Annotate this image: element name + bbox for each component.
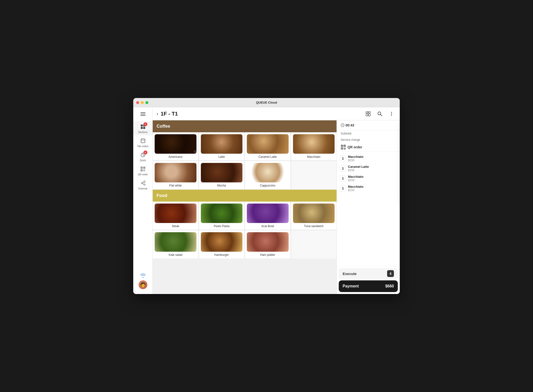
americano-label: Americano <box>169 155 182 159</box>
order-item-0[interactable]: 1 Macchiato $150 <box>337 153 400 163</box>
flat-white-image <box>155 163 196 182</box>
product-caramel-latte[interactable]: Caramel Latte <box>245 132 291 160</box>
content-area: Coffee Americano ⧉ Latte <box>153 120 400 294</box>
item-2-price: $150 <box>348 178 397 182</box>
product-americano[interactable]: Americano ⧉ <box>153 132 198 160</box>
item-2-name: Macchiato <box>348 175 397 178</box>
app-body: 1 Sections Tab orders <box>133 107 400 294</box>
item-1-info: Caramel Latte $150 <box>348 165 397 172</box>
qr-order-button[interactable]: QR order <box>337 143 400 151</box>
payment-label: Payment <box>343 284 359 288</box>
ham-label: Ham platter <box>260 253 275 257</box>
product-acai-bowl[interactable]: Acai Bowl <box>245 202 291 230</box>
sidebar: 1 Sections Tab orders <box>133 107 153 294</box>
svg-rect-18 <box>366 112 368 113</box>
main-header: ‹ 1F - T1 <box>153 107 400 120</box>
timer-value: 00:43 <box>346 123 354 127</box>
product-latte[interactable]: Latte <box>199 132 245 160</box>
order-item-2[interactable]: 1 Macchiato $150 <box>337 173 400 183</box>
svg-line-17 <box>143 184 144 184</box>
svg-point-13 <box>141 182 143 184</box>
order-timer: 00:43 <box>341 123 354 127</box>
sections-badge: 1 <box>143 122 147 126</box>
wifi-icon <box>140 273 146 278</box>
item-3-info: Macchiato $150 <box>348 185 397 192</box>
svg-rect-0 <box>141 125 143 126</box>
kale-image <box>155 232 196 252</box>
food-products: Steak Pesto Pasta Acai Bowl Tuna sa <box>153 202 337 258</box>
execute-label: Execute <box>343 272 357 276</box>
svg-rect-11 <box>144 167 145 168</box>
item-1-qty: 1 <box>340 165 346 172</box>
sidebar-item-tab-orders[interactable]: Tab orders <box>133 135 152 150</box>
product-cappuccino[interactable]: Cappuccino <box>245 161 291 189</box>
product-grid: Coffee Americano ⧉ Latte <box>153 120 337 294</box>
product-steak[interactable]: Steak <box>153 202 198 230</box>
search-button[interactable] <box>375 109 384 118</box>
product-mocha[interactable]: Mocha <box>199 161 245 189</box>
item-3-price: $150 <box>348 188 397 192</box>
acai-label: Acai Bowl <box>261 224 274 228</box>
product-kale-salad[interactable]: Kale salad <box>153 230 198 258</box>
order-item-1[interactable]: 1 Caramel Latte $150 <box>337 163 400 173</box>
tuna-image <box>293 204 335 223</box>
svg-rect-20 <box>366 114 368 116</box>
svg-rect-33 <box>342 148 342 149</box>
tab-orders-icon <box>140 137 146 144</box>
empty-slot-coffee <box>291 161 337 189</box>
sidebar-item-sections[interactable]: 1 Sections <box>133 121 152 135</box>
sidebar-item-quick[interactable]: 4 Quick <box>133 150 152 164</box>
minimize-button[interactable] <box>141 101 144 104</box>
sections-label: Sections <box>138 131 147 134</box>
item-3-name: Macchiato <box>348 185 397 188</box>
item-0-qty: 1 <box>340 155 346 162</box>
back-button[interactable]: ‹ <box>157 111 158 116</box>
svg-point-26 <box>391 115 392 116</box>
close-button[interactable] <box>136 101 139 104</box>
app-window: QUEUE Cloud 1 Sections <box>133 98 400 294</box>
item-0-name: Macchiato <box>348 155 397 159</box>
item-1-price: $150 <box>348 169 397 172</box>
svg-point-22 <box>378 112 381 115</box>
payment-button[interactable]: Payment $660 <box>339 280 398 292</box>
mocha-label: Mocha <box>217 184 226 187</box>
fullscreen-button[interactable] <box>145 101 148 104</box>
product-tuna-sandwich[interactable]: Tuna sandwich <box>291 202 337 230</box>
caramel-latte-label: Caramel Latte <box>258 155 277 159</box>
product-macchiato[interactable]: Macchiato <box>291 132 337 160</box>
more-options-button[interactable] <box>387 109 396 118</box>
sidebar-item-external[interactable]: External <box>133 178 152 192</box>
copy-icon[interactable]: ⧉ <box>194 150 196 154</box>
ham-image <box>247 232 289 252</box>
hamburger-label: Hamburger <box>214 253 229 257</box>
svg-rect-10 <box>141 167 142 168</box>
external-label: External <box>138 187 147 190</box>
cappuccino-label: Cappuccino <box>260 184 275 187</box>
page-title: 1F - T1 <box>161 111 364 117</box>
hamburger-menu[interactable] <box>139 110 147 118</box>
order-item-3[interactable]: 1 Macchiato $150 <box>337 183 400 193</box>
mocha-image <box>201 163 243 182</box>
category-coffee: Coffee <box>153 120 337 132</box>
sidebar-item-qr-order[interactable]: QR order <box>133 164 152 178</box>
execute-button[interactable]: Execute 4 <box>339 268 398 279</box>
qr-order-label: QR order <box>138 173 148 176</box>
svg-point-25 <box>391 113 392 114</box>
svg-rect-36 <box>344 149 346 149</box>
svg-rect-12 <box>141 170 142 171</box>
product-ham-platter[interactable]: Ham platter <box>245 230 291 258</box>
acai-image <box>247 204 289 223</box>
sections-icon: 1 <box>140 123 146 130</box>
window-title: QUEUE Cloud <box>256 101 277 104</box>
order-panel: 00:43 Subtotal Service charge <box>337 120 400 294</box>
flat-white-label: Flat white <box>169 184 182 187</box>
product-hamburger[interactable]: Hamburger <box>199 230 245 258</box>
user-avatar[interactable]: 🧑 <box>139 280 147 289</box>
grid-view-button[interactable] <box>364 109 373 118</box>
order-items-list: 1 Macchiato $150 1 Caramel Latte $150 <box>337 151 400 266</box>
kale-label: Kale salad <box>169 253 182 257</box>
product-pesto-pasta[interactable]: Pesto Pasta <box>199 202 245 230</box>
item-1-name: Caramel Latte <box>348 165 397 169</box>
svg-rect-34 <box>344 148 344 148</box>
product-flat-white[interactable]: Flat white <box>153 161 198 189</box>
